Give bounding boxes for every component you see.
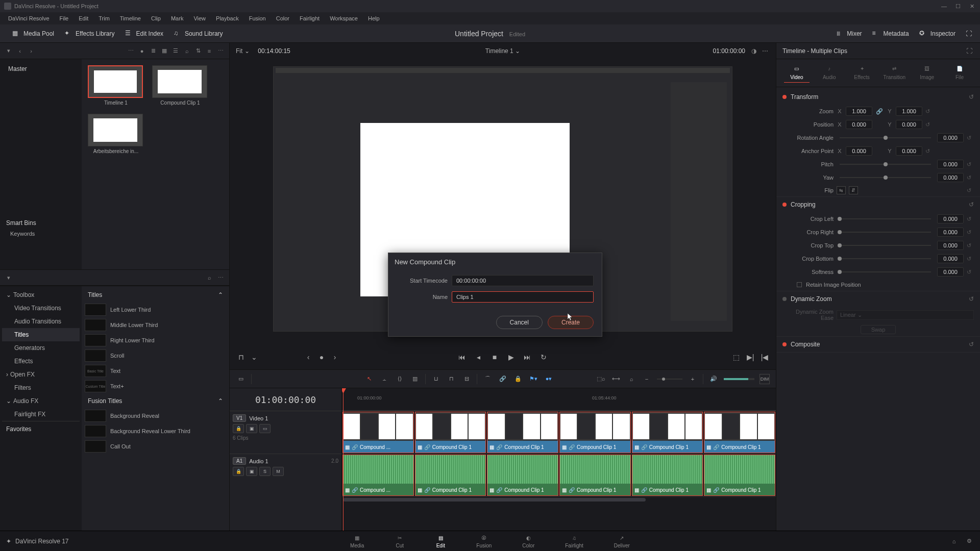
dim-button[interactable]: DIM — [760, 374, 770, 384]
speaker-icon[interactable]: 🔊 — [708, 374, 719, 384]
page-media[interactable]: ▦Media — [350, 534, 364, 548]
tl-view-icon[interactable]: ▭ — [236, 374, 246, 384]
nav-back-icon[interactable]: ‹ — [15, 46, 24, 56]
strip-view-icon[interactable]: ☰ — [171, 46, 180, 56]
favorites-section[interactable]: Favorites — [2, 421, 80, 437]
openfx-cat[interactable]: ›Open FX — [2, 368, 80, 381]
reset-icon[interactable]: ↺ — [967, 174, 974, 181]
flip-v-button[interactable]: ⇵ — [849, 186, 858, 194]
viewer-menu-icon[interactable]: ⋯ — [761, 46, 770, 56]
anchor-x-input[interactable]: 0.000 — [846, 146, 872, 156]
media-thumbnail[interactable]: Timeline 1 — [88, 65, 144, 106]
v1-badge[interactable]: V1 — [233, 414, 246, 422]
timeline-ruler[interactable]: 01:00:00:0001:05:44:0001:11:28:00 — [342, 388, 776, 411]
timeline-scrollbar[interactable] — [342, 496, 776, 503]
selection-tool[interactable]: ↖ — [364, 374, 374, 384]
zoom-display-icon[interactable]: ⬚⌕ — [596, 374, 606, 384]
reset-icon[interactable]: ↺ — [967, 187, 974, 194]
menu-davinci-resolve[interactable]: DaVinci Resolve — [4, 14, 54, 22]
page-color[interactable]: ◐Color — [522, 534, 534, 548]
title-preset[interactable]: Middle Lower Third — [84, 318, 227, 332]
zoom-full-icon[interactable]: ⟷ — [611, 374, 621, 384]
timeline-title[interactable]: Timeline 1 ⌄ — [485, 47, 520, 55]
menu-fairlight[interactable]: Fairlight — [296, 14, 324, 22]
menu-fusion[interactable]: Fusion — [245, 14, 270, 22]
volume-slider[interactable] — [724, 378, 754, 380]
home-icon[interactable]: ⌂ — [949, 537, 959, 546]
filter-icon[interactable]: ≡ — [205, 46, 214, 56]
inspector-tab-transition[interactable]: ⇄Transition — [881, 63, 907, 83]
a1-badge[interactable]: A1 — [233, 457, 246, 465]
more-icon[interactable]: ⋯ — [126, 46, 135, 56]
replace-tool[interactable]: ⊟ — [461, 374, 472, 384]
crop-slider[interactable] — [840, 258, 931, 259]
audio-clip[interactable]: ▦🔗Compound ... — [342, 455, 414, 496]
go-end-icon[interactable]: ▶| — [745, 352, 755, 362]
reset-icon[interactable]: ↺ — [967, 256, 974, 262]
link-tool[interactable]: 🔗 — [498, 374, 508, 384]
pos-y-input[interactable]: 0.000 — [896, 120, 922, 129]
zoom-slider[interactable] — [657, 379, 682, 380]
audio-clip[interactable]: ▦🔗Compound Clip 1 — [632, 455, 703, 496]
transform-header[interactable]: Transform ↺ — [776, 89, 980, 105]
page-fairlight[interactable]: ♫Fairlight — [565, 534, 583, 548]
title-preset[interactable]: Scroll — [84, 348, 227, 363]
menu-trim[interactable]: Trim — [94, 14, 114, 22]
close-button[interactable]: ✕ — [970, 3, 976, 9]
pos-x-input[interactable]: 0.000 — [846, 120, 872, 129]
crop-input[interactable]: 0.000 — [937, 267, 964, 277]
retain-checkbox[interactable] — [797, 282, 802, 287]
playhead[interactable] — [343, 388, 344, 531]
crop-slider[interactable] — [840, 232, 931, 233]
metadata-toggle[interactable]: ≡Metadata — [868, 28, 913, 40]
settings-icon[interactable]: ⚙ — [965, 537, 974, 546]
crop-slider[interactable] — [840, 218, 931, 219]
edit-index-toggle[interactable]: ☰Edit Index — [121, 28, 167, 40]
page-fusion[interactable]: ⦿Fusion — [476, 534, 492, 548]
keywords-bin[interactable]: Keywords — [4, 229, 78, 239]
reset-icon[interactable]: ↺ — [925, 121, 933, 128]
lock-tool[interactable]: 🔒 — [513, 374, 523, 384]
reset-icon[interactable]: ↺ — [967, 161, 974, 168]
bin-view-icon[interactable]: ▾ — [4, 46, 13, 56]
link-icon[interactable]: 🔗 — [875, 108, 884, 115]
jog-icon[interactable]: ● — [316, 352, 327, 362]
overwrite-tool[interactable]: ⊓ — [446, 374, 456, 384]
maximize-button[interactable]: ☐ — [955, 3, 962, 9]
menu-view[interactable]: View — [189, 14, 210, 22]
menu-icon[interactable]: ⋯ — [216, 46, 225, 56]
audio-clip[interactable]: ▦🔗Compound Clip 1 — [415, 455, 486, 496]
loop-button[interactable]: ↻ — [538, 352, 549, 362]
zoom-detail-icon[interactable]: ⌕ — [626, 374, 636, 384]
track-lock-icon[interactable]: 🔒 — [233, 424, 244, 433]
enable-dot[interactable] — [782, 203, 787, 207]
dz-ease-dropdown[interactable]: Linear ⌄ — [837, 310, 974, 320]
timeline-tracks[interactable]: 01:00:00:0001:05:44:0001:11:28:00 ▦🔗Comp… — [342, 388, 776, 531]
prev-frame-button[interactable]: ◂ — [473, 352, 483, 362]
pitch-slider[interactable] — [840, 164, 931, 165]
play-button[interactable]: ▶ — [506, 352, 516, 362]
menu-clip[interactable]: Clip — [147, 14, 165, 22]
cancel-button[interactable]: Cancel — [496, 316, 543, 329]
title-preset[interactable]: Basic TitleText — [84, 364, 227, 378]
page-cut[interactable]: ✂Cut — [395, 534, 405, 548]
expand-button[interactable]: ⛶ — [962, 28, 976, 40]
source-timecode[interactable]: 00:14:00:15 — [258, 47, 290, 55]
snap-tool[interactable]: ⌒ — [482, 374, 493, 384]
viewer-scrubber[interactable] — [230, 339, 776, 345]
yaw-input[interactable]: 0.000 — [937, 173, 964, 182]
enable-dot[interactable] — [782, 297, 787, 301]
crop-slider[interactable] — [840, 271, 931, 272]
crop-slider[interactable] — [840, 245, 931, 246]
record-timecode[interactable]: 01:00:00:00 — [713, 47, 745, 55]
video-clip[interactable]: ▦🔗Compound Clip 1 — [704, 412, 775, 453]
crop-input[interactable]: 0.000 — [937, 241, 964, 250]
trim-tool[interactable]: ⫠ — [379, 374, 389, 384]
media-thumbnail[interactable]: Arbeitsbereiche in... — [88, 114, 144, 154]
inspector-tab-file[interactable]: 📄File — [947, 63, 972, 83]
reset-icon[interactable]: ↺ — [969, 341, 974, 348]
first-frame-button[interactable]: ⏮ — [457, 352, 467, 362]
grid-view-icon[interactable]: ▦ — [160, 46, 169, 56]
timeline-timecode[interactable]: 01:00:00:00 — [230, 388, 341, 411]
effects-toggle-icon[interactable]: ▾ — [4, 273, 13, 282]
